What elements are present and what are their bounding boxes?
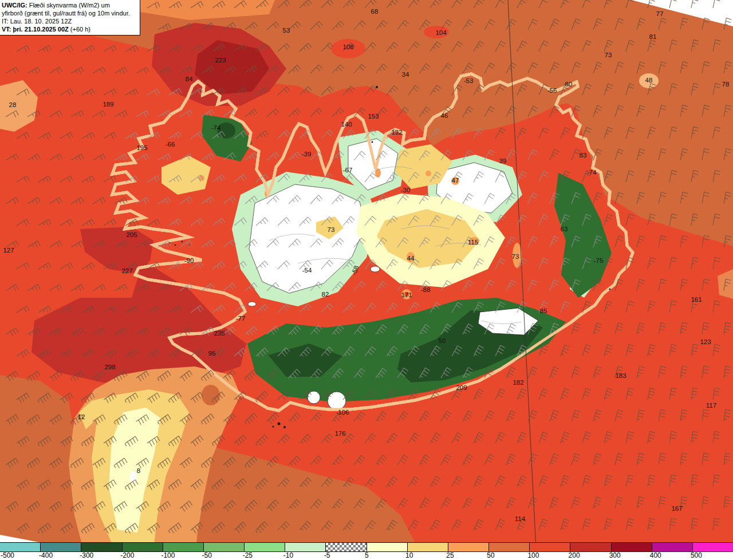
colorbar-segment <box>529 543 570 551</box>
colorbar-tick-label: 500 <box>691 551 702 559</box>
map-value-label: 195 <box>136 144 147 151</box>
colorbar-tick-label: 400 <box>650 551 661 559</box>
valid-time: VT: þri. 21.10.2025 00Z <box>2 26 69 33</box>
map-value-label: 8 <box>137 467 140 474</box>
map-value-label: -67 <box>343 167 353 173</box>
map-value-label: 68 <box>371 8 379 15</box>
map-value-label: 80 <box>565 81 573 88</box>
colorbar-segment <box>652 543 692 551</box>
map-value-label: 115 <box>468 239 478 246</box>
map-value-label: 84 <box>186 76 193 82</box>
title-line-1: UWC/IG: Flæði skynvarma (W/m2) um <box>2 1 137 9</box>
map-value-label: -88 <box>421 286 431 293</box>
map-value-label: -77 <box>236 315 246 322</box>
map-value-label: 298 <box>104 364 115 370</box>
map-value-label: -74 <box>587 169 597 176</box>
map-value-label: 73 <box>512 253 519 260</box>
map-value-label: -75 <box>594 257 604 264</box>
weather-map-app: 6853104108223778173344878842818915314013… <box>0 0 733 560</box>
colorbar-tick-label: -200 <box>120 551 134 559</box>
colorbar-labels: -500-400-300-200-100-50-25-10-5510255010… <box>0 551 733 560</box>
map-value-label: 12 <box>78 413 85 420</box>
map-value-label: 44 <box>407 255 415 262</box>
title-line-4: VT: þri. 21.10.2025 00Z (+60 h) <box>2 25 137 33</box>
colorbar-tick-label: 5 <box>365 551 369 559</box>
colorbar-segment <box>366 543 407 551</box>
title-product: UWC/IG: <box>2 2 27 9</box>
map-value-label: 47 <box>452 177 459 184</box>
map-value-label: 171 <box>401 291 412 298</box>
colorbar-segment <box>488 543 529 551</box>
map-value-label: -39 <box>302 151 312 157</box>
map-value-label: -74 <box>211 124 221 131</box>
colorbar-tick-label: 200 <box>569 551 580 559</box>
map-value-label: -54 <box>302 267 312 274</box>
map-value-label: -56 <box>547 87 557 94</box>
map-value-label: 176 <box>334 430 345 437</box>
colorbar-tick-label: 25 <box>446 551 454 559</box>
lake <box>248 302 256 306</box>
colorbar-segment <box>203 543 244 551</box>
map-value-label: 182 <box>513 379 523 386</box>
colorbar-tick-label: -50 <box>202 551 212 559</box>
map-value-label: 81 <box>649 33 657 40</box>
map-value-label: 82 <box>322 291 329 298</box>
map-value-label: 189 <box>103 101 113 108</box>
colorbar-tick-label: 10 <box>405 551 413 559</box>
colorbar-segment <box>81 543 121 551</box>
map-value-label: 73 <box>328 226 335 233</box>
map-value-label: 46 <box>441 112 448 119</box>
map-value-label: 108 <box>342 44 353 50</box>
map-value-label: 77 <box>656 10 664 17</box>
colorbar-segment <box>244 543 285 551</box>
map-value-label: 85 <box>540 307 547 314</box>
map-value-label: 140 <box>341 121 352 128</box>
colorbar-segment <box>285 543 325 551</box>
map-value-label: 205 <box>126 231 137 238</box>
map-value-label: 123 <box>700 338 711 345</box>
map-value-label: 117 <box>706 402 716 409</box>
colorbar-segment <box>325 543 366 551</box>
map-value-label: 34 <box>402 71 409 78</box>
colorbar-segment <box>611 543 652 551</box>
map-value-label: 95 <box>208 350 216 357</box>
map-value-label: 183 <box>615 372 626 379</box>
map-value-label: 28 <box>9 101 17 108</box>
colorbar-tick-label: 50 <box>487 551 494 559</box>
colorbar-segment <box>692 543 733 551</box>
colorbar-segment <box>122 543 163 551</box>
colorbar-segment <box>0 543 40 551</box>
map-value-label: 153 <box>368 113 379 120</box>
map-value-label: 161 <box>691 296 702 303</box>
map-value-label: 227 <box>121 267 132 274</box>
map-value-label: -90 <box>184 257 194 264</box>
colorbar-tick-label: -10 <box>283 551 293 559</box>
map-value-label: 104 <box>435 29 447 36</box>
colorbar-tick-label: -25 <box>243 551 253 559</box>
map-value-label: 53 <box>283 27 290 34</box>
colorbar-tick-label: -100 <box>161 551 175 559</box>
colorbar <box>0 542 733 552</box>
map-value-label: -106 <box>336 409 349 416</box>
map-value-label: 39 <box>499 157 507 164</box>
colorbar-tick-label: -500 <box>1 551 14 559</box>
colorbar-segment <box>407 543 448 551</box>
map-value-label: 50 <box>439 337 446 344</box>
map-value-label: -53 <box>464 77 474 84</box>
colorbar-segment <box>448 543 488 551</box>
map-value-label: 209 <box>456 384 467 391</box>
map-value-label: 127 <box>3 247 14 254</box>
glacier-myrdalsjokull <box>328 392 346 410</box>
colorbar-tick-label: -300 <box>80 551 93 559</box>
map-value-label: 132 <box>391 129 402 136</box>
colorbar-tick-label: -5 <box>324 551 330 559</box>
title-box: UWC/IG: Flæði skynvarma (W/m2) um yfirbo… <box>0 0 140 36</box>
colorbar-segment <box>40 543 81 551</box>
map-value-label: 63 <box>561 226 568 232</box>
map-value-label: 73 <box>605 52 612 58</box>
title-line-2: yfirborð (grænt til, gul/rautt frá) og 1… <box>2 9 137 17</box>
map-value-label: 48 <box>645 77 653 84</box>
map-value-label: 78 <box>722 81 730 88</box>
colorbar-segment <box>570 543 610 551</box>
colorbar-tick-label: 300 <box>609 551 621 559</box>
